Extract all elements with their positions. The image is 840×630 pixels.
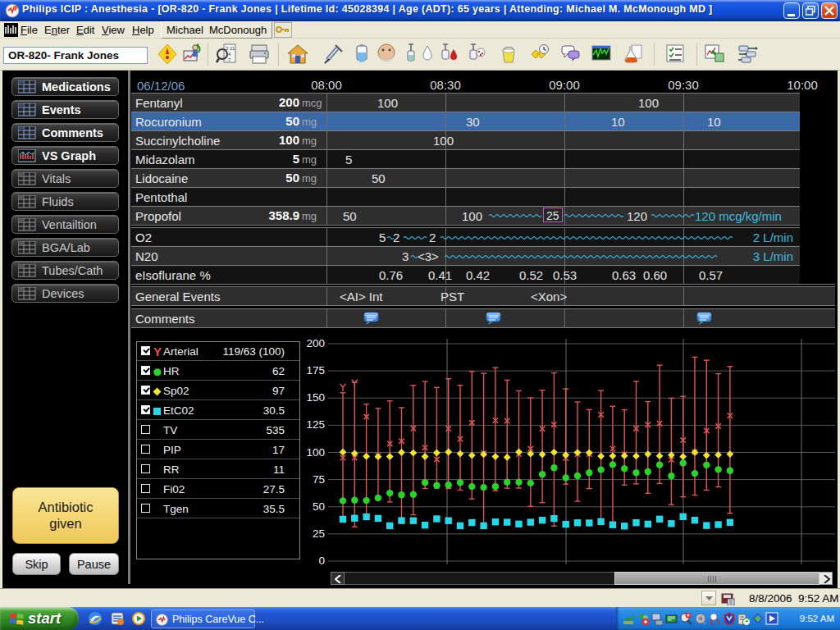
svg-text:.7: .7: [226, 57, 231, 62]
svg-text:2.11: 2.11: [226, 46, 235, 51]
